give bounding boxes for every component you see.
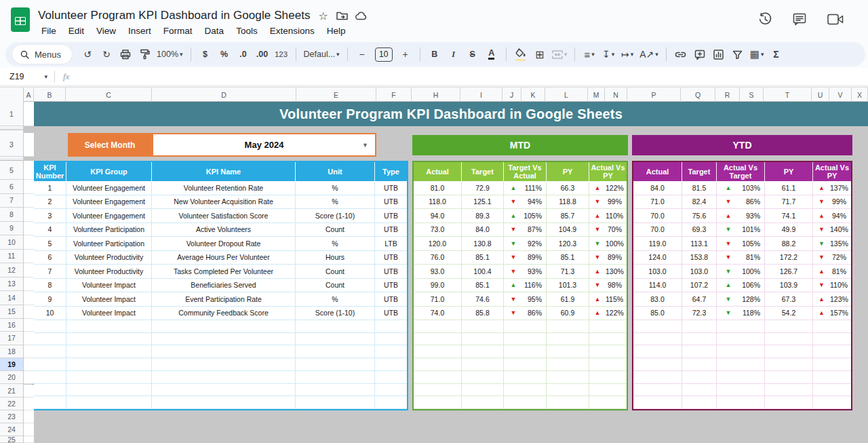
font-select[interactable]: Defaul...▾ bbox=[302, 45, 342, 63]
cell-A6[interactable] bbox=[24, 180, 34, 194]
row-header-16[interactable]: 16 bbox=[0, 319, 23, 332]
ytd-actual-vs-py-cell[interactable]: ▼135% bbox=[813, 237, 851, 251]
empty-cell[interactable] bbox=[66, 320, 152, 333]
menu-file[interactable]: File bbox=[37, 24, 61, 37]
col-header-E[interactable]: E bbox=[296, 88, 376, 102]
mtd-actual-vs-py-cell[interactable]: ▼99% bbox=[589, 195, 627, 210]
kpi-name-cell[interactable]: Volunteer Satisfaction Score bbox=[152, 209, 296, 223]
empty-cell[interactable] bbox=[813, 384, 851, 397]
kpi-name-cell[interactable]: New Volunteer Acquisition Rate bbox=[152, 195, 296, 210]
mtd-py-cell[interactable]: 61.9 bbox=[547, 292, 589, 307]
empty-cell[interactable] bbox=[717, 333, 765, 346]
empty-cell[interactable] bbox=[34, 358, 66, 371]
header-kpi-number[interactable]: KPI Number bbox=[34, 162, 66, 181]
cell-A13[interactable] bbox=[24, 277, 34, 292]
empty-cell[interactable] bbox=[765, 396, 813, 409]
mtd-actual-cell[interactable]: 73.0 bbox=[414, 223, 462, 237]
version-history-icon[interactable] bbox=[758, 12, 772, 26]
mtd-actual-vs-py-cell[interactable]: ▲130% bbox=[589, 265, 627, 279]
header-kpi-group[interactable]: KPI Group bbox=[66, 162, 152, 181]
kpi-number-cell[interactable]: 5 bbox=[34, 237, 66, 251]
insert-comment-button[interactable] bbox=[691, 45, 709, 63]
dashboard-title-cell[interactable]: Volunteer Program KPI Dashboard in Googl… bbox=[34, 102, 868, 126]
mtd-actual-vs-py-cell[interactable]: ▲110% bbox=[589, 209, 627, 223]
row-header-12[interactable]: 12 bbox=[0, 263, 23, 277]
ytd-actual-vs-py-cell[interactable]: ▼110% bbox=[813, 279, 851, 293]
month-dropdown[interactable]: May 2024 ▼ bbox=[152, 133, 376, 157]
mtd-actual-vs-py-cell[interactable]: ▼89% bbox=[589, 251, 627, 265]
col-header-S[interactable]: S bbox=[740, 88, 764, 102]
collapsed-row[interactable] bbox=[0, 128, 23, 130]
format-currency-button[interactable]: $ bbox=[197, 45, 214, 63]
increase-decimal-button[interactable]: .00 bbox=[254, 45, 271, 63]
empty-cell[interactable] bbox=[682, 384, 717, 397]
text-rotation-button[interactable]: A↗▾ bbox=[637, 45, 660, 63]
kpi-name-cell[interactable]: Community Feedback Score bbox=[152, 307, 296, 321]
cell-A15[interactable] bbox=[24, 305, 34, 320]
ytd-target-cell[interactable]: 103.0 bbox=[682, 265, 717, 279]
row-header-9[interactable]: 9 bbox=[0, 222, 23, 236]
empty-cell[interactable] bbox=[462, 320, 504, 333]
kpi-group-cell[interactable]: Volunteer Impact bbox=[66, 307, 152, 321]
ytd-actual-vs-py-cell[interactable]: ▲123% bbox=[813, 292, 851, 307]
mtd-target-vs-actual-cell[interactable]: ▼93% bbox=[504, 265, 547, 279]
italic-button[interactable]: I bbox=[445, 45, 462, 63]
cell-A12[interactable] bbox=[24, 263, 34, 277]
ytd-target-cell[interactable]: 107.2 bbox=[682, 279, 717, 293]
header-actual-vs-py[interactable]: Actual Vs PY bbox=[813, 162, 851, 181]
empty-cell[interactable] bbox=[682, 345, 717, 358]
mtd-target-vs-actual-cell[interactable]: ▲116% bbox=[504, 279, 547, 293]
ytd-actual-vs-py-cell[interactable]: ▲157% bbox=[813, 307, 851, 321]
ytd-py-cell[interactable]: 88.2 bbox=[765, 237, 813, 251]
empty-cell[interactable] bbox=[813, 371, 851, 384]
ytd-py-cell[interactable]: 71.7 bbox=[765, 195, 813, 210]
empty-cell[interactable] bbox=[462, 345, 504, 358]
col-header-D[interactable]: D bbox=[152, 88, 296, 102]
empty-cell[interactable] bbox=[66, 345, 152, 358]
mtd-py-cell[interactable]: 60.9 bbox=[547, 307, 589, 321]
header-py[interactable]: PY bbox=[765, 162, 813, 181]
mtd-actual-vs-py-cell[interactable]: ▼70% bbox=[589, 223, 627, 237]
insert-link-button[interactable] bbox=[672, 45, 690, 63]
empty-cell[interactable] bbox=[34, 333, 66, 346]
kpi-name-cell[interactable]: Active Volunteers bbox=[152, 223, 296, 237]
mtd-target-vs-actual-cell[interactable]: ▼89% bbox=[504, 251, 547, 265]
empty-cell[interactable] bbox=[813, 345, 851, 358]
col-header-Q[interactable]: Q bbox=[681, 88, 715, 102]
kpi-name-cell[interactable]: Beneficiaries Served bbox=[152, 279, 296, 293]
select-month-label-cell[interactable]: Select Month bbox=[68, 133, 152, 157]
mtd-py-cell[interactable]: 120.3 bbox=[547, 237, 589, 251]
cell-A7[interactable] bbox=[24, 194, 34, 208]
table-tools-button[interactable]: ▦▾ bbox=[748, 45, 766, 63]
kpi-group-cell[interactable]: Volunteer Productivity bbox=[66, 251, 152, 265]
ytd-actual-cell[interactable]: 71.0 bbox=[633, 195, 682, 210]
empty-cell[interactable] bbox=[547, 384, 589, 397]
cell-A10[interactable] bbox=[24, 235, 34, 250]
empty-cell[interactable] bbox=[547, 333, 589, 346]
row-header-21[interactable]: 21 bbox=[0, 385, 23, 398]
col-header-X[interactable]: X bbox=[852, 88, 868, 102]
mtd-actual-cell[interactable]: 71.0 bbox=[414, 292, 462, 307]
empty-cell[interactable] bbox=[813, 320, 851, 333]
unit-cell[interactable]: % bbox=[296, 195, 375, 210]
mtd-py-cell[interactable]: 71.3 bbox=[547, 265, 589, 279]
move-folder-icon[interactable] bbox=[336, 9, 349, 22]
ytd-target-cell[interactable]: 113.1 bbox=[682, 237, 717, 251]
empty-cell[interactable] bbox=[296, 320, 375, 333]
empty-cell[interactable] bbox=[547, 320, 589, 333]
ytd-py-cell[interactable]: 103.9 bbox=[765, 279, 813, 293]
empty-cell[interactable] bbox=[375, 384, 407, 397]
text-wrap-button[interactable]: ↦▾ bbox=[618, 45, 636, 63]
header-kpi-name[interactable]: KPI Name bbox=[152, 162, 296, 181]
cell-A19[interactable] bbox=[24, 358, 34, 371]
mtd-py-cell[interactable]: 85.1 bbox=[547, 251, 589, 265]
cell-A11[interactable] bbox=[24, 250, 34, 264]
empty-cell[interactable] bbox=[633, 396, 682, 409]
ytd-actual-cell[interactable]: 85.0 bbox=[633, 307, 682, 321]
type-cell[interactable]: UTB bbox=[375, 223, 407, 237]
kpi-name-cell[interactable]: Volunteer Dropout Rate bbox=[152, 237, 296, 251]
print-button[interactable] bbox=[117, 45, 134, 63]
ytd-py-cell[interactable]: 49.9 bbox=[765, 223, 813, 237]
mtd-py-cell[interactable]: 85.7 bbox=[547, 209, 589, 223]
empty-cell[interactable] bbox=[414, 358, 462, 371]
